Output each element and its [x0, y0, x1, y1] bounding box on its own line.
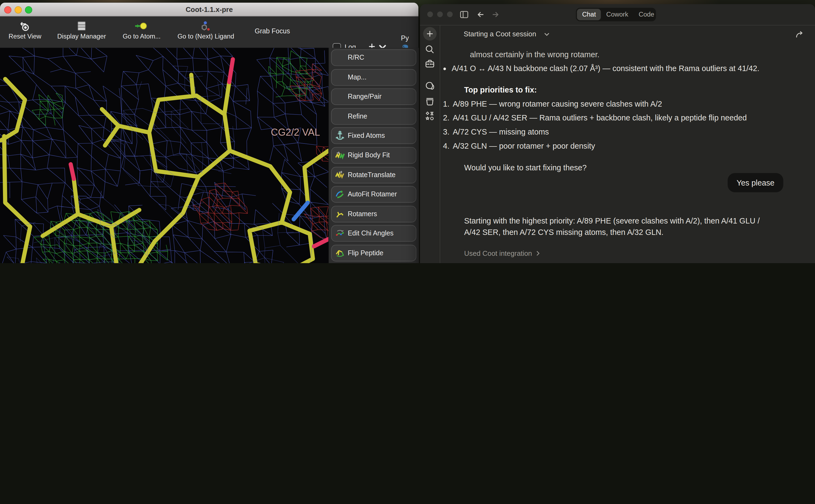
zoom-button[interactable]: [447, 11, 453, 17]
python-scripting-label: Py: [396, 34, 414, 42]
display-manager-button[interactable]: Display Manager: [53, 21, 110, 40]
sidebar-button-label: Edit Chi Angles: [348, 226, 394, 241]
sidebar-button-label: Rotamers: [348, 206, 377, 222]
back-button[interactable]: [476, 10, 485, 19]
sidebar-button-label: AutoFit Rotamer: [348, 187, 397, 202]
priorities-heading: Top priorities to fix:: [464, 84, 772, 95]
sidebar-button-label: Flip Peptide: [348, 245, 384, 261]
mode-tabs: Chat Cowork Code: [576, 8, 656, 21]
artifacts-icon[interactable]: [424, 96, 435, 107]
priorities-list: A/89 PHE — wrong rotamer causing severe …: [440, 98, 759, 151]
sidebar-button-edit-chi-angles[interactable]: Edit Chi Angles: [331, 225, 416, 242]
fixed-atoms-icon: [335, 131, 345, 141]
search-icon[interactable]: [424, 44, 435, 55]
session-chevron-icon[interactable]: [544, 32, 550, 37]
user-message-bubble: Yes please: [728, 173, 783, 192]
chats-icon[interactable]: [424, 80, 435, 91]
message-list[interactable]: almost certainly in the wrong rotamer. A…: [440, 44, 815, 263]
user-message-row: Yes please: [464, 173, 783, 192]
grab-focus-button[interactable]: Grab Focus: [250, 27, 294, 35]
go-to-ligand-icon: [174, 21, 238, 31]
sidebar-button-label: Refine: [348, 109, 367, 124]
rigid-body-fit-icon: [335, 150, 345, 161]
display-manager-icon: [53, 21, 110, 31]
new-chat-button[interactable]: [423, 27, 437, 41]
window-title: Coot-1.1.x-pre: [0, 3, 418, 16]
sidebar-button-range-pair[interactable]: Range/Pair: [331, 88, 416, 105]
claude-sidebar-strip: PE: [420, 25, 440, 263]
bullet-item: A/41 O ↔ A/43 N backbone clash (2.07 Å³)…: [452, 63, 759, 74]
share-icon[interactable]: [795, 29, 805, 39]
conversation-header: Starting a Coot session: [440, 25, 815, 44]
sidebar-button-rotatetranslate[interactable]: RotateTranslate: [331, 167, 416, 183]
sidebar-button-map[interactable]: Map...: [331, 69, 416, 85]
sidebar-button-refine[interactable]: Refine: [331, 108, 416, 125]
coot-toolbar: Reset View Display Manager Go to Atom...…: [0, 17, 418, 48]
atom-label-val: CG2/2 VAL: [271, 127, 320, 138]
sidebar-button-flip-peptide[interactable]: Flip Peptide: [331, 245, 416, 261]
tool-use-row[interactable]: Used Coot integration: [464, 248, 772, 259]
minimize-button[interactable]: [437, 11, 443, 17]
rotamers-icon: [335, 209, 345, 219]
flip-peptide-icon: [335, 248, 345, 258]
priority-item: A/32 GLN — poor rotamer + poor density: [452, 140, 759, 151]
sidebar-button-autofit-rotamer[interactable]: AutoFit Rotamer: [331, 186, 416, 203]
sidebar-button-rigid-body-fit[interactable]: Rigid Body Fit: [331, 147, 416, 164]
tab-cowork[interactable]: Cowork: [601, 9, 633, 20]
assistant-text: almost certainly in the wrong rotamer.: [464, 49, 778, 60]
edit-chi-angles-icon: [335, 228, 345, 239]
go-to-atom-button[interactable]: Go to Atom...: [117, 21, 166, 40]
coot-titlebar: Coot-1.1.x-pre: [0, 3, 418, 17]
go-to-ligand-button[interactable]: Go to (Next) Ligand: [174, 21, 238, 40]
claude-window: Chat Cowork Code: [420, 4, 815, 263]
coot-window: Coot-1.1.x-pre Reset View Display Manage…: [0, 3, 418, 263]
reset-view-button[interactable]: Reset View: [4, 21, 46, 40]
go-to-atom-icon: [117, 21, 166, 31]
assistant-text: Would you like to start fixing these?: [464, 162, 772, 173]
chevron-right-icon: [536, 251, 540, 256]
autofit-rotamer-icon: [335, 189, 345, 200]
sidebar-button-label: Range/Pair: [348, 89, 382, 104]
priority-item: A/72 CYS — missing atoms: [452, 126, 759, 138]
assistant-text: Starting with the highest priority: A/89…: [464, 215, 772, 237]
forward-button[interactable]: [491, 10, 500, 19]
rotate-translate-icon: [335, 170, 345, 180]
sidebar-button-fixed-atoms[interactable]: Fixed Atoms: [331, 127, 416, 144]
priority-item: A/89 PHE — wrong rotamer causing severe …: [452, 98, 759, 109]
sidebar-toggle-button[interactable]: [460, 10, 469, 19]
tab-chat[interactable]: Chat: [577, 9, 601, 20]
sidebar-button-rotamers[interactable]: Rotamers: [331, 206, 416, 222]
sidebar-button-label: R/RC: [348, 50, 364, 65]
sidebar-button-label: Fixed Atoms: [348, 128, 385, 143]
molecular-viewport[interactable]: CG2/2 VAL CA /89 PHE/A: [0, 48, 329, 263]
desktop: Coot-1.1.x-pre Reset View Display Manage…: [0, 0, 815, 263]
sidebar-button-label: RotateTranslate: [348, 167, 396, 183]
priority-item: A/41 GLU / A/42 SER — Rama outliers + ba…: [452, 112, 759, 123]
tab-code[interactable]: Code: [633, 9, 660, 20]
sidebar-button-r-rc[interactable]: R/RC: [331, 49, 416, 66]
sidebar-button-label: Rigid Body Fit: [348, 148, 390, 163]
close-button[interactable]: [427, 11, 433, 17]
atom-label-phe: CA /89 PHE/A: [164, 262, 221, 263]
claude-titlebar: Chat Cowork Code: [420, 4, 815, 25]
sidebar-button-label: Map...: [348, 69, 367, 85]
projects-icon[interactable]: [424, 58, 435, 70]
session-title[interactable]: Starting a Coot session: [464, 30, 536, 38]
coot-modelling-sidebar: R/RCMap...Range/PairRefineFixed AtomsRig…: [329, 48, 419, 263]
assistant-bullet-list: A/41 O ↔ A/43 N backbone clash (2.07 Å³)…: [440, 63, 759, 74]
reset-view-icon: [4, 21, 46, 31]
connectors-icon[interactable]: [424, 110, 435, 122]
